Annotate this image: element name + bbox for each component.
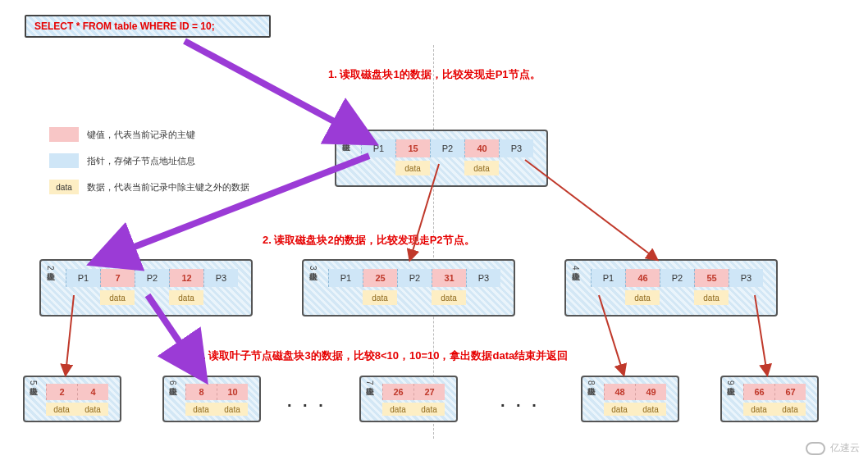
disk-block-5: 磁盘块5 24 datadata	[23, 376, 121, 422]
disk-block-9: 磁盘块9 6667 datadata	[720, 376, 819, 422]
data-cell: data	[395, 161, 430, 175]
data-cell: data	[464, 161, 499, 175]
block-label-2: 磁盘块2	[44, 266, 56, 271]
block-label-8: 磁盘块8	[585, 380, 596, 385]
cell: 26	[382, 384, 413, 400]
cell: 49	[635, 384, 666, 400]
cloud-icon	[806, 442, 825, 455]
disk-block-6: 磁盘块6 810 datadata	[162, 376, 261, 422]
swatch-ptr	[49, 153, 79, 168]
disk-block-7: 磁盘块7 2627 datadata	[359, 376, 458, 422]
cell-p3: P3	[499, 139, 533, 157]
cell: 55	[694, 269, 729, 287]
cell: 67	[774, 384, 806, 400]
cell: P1	[591, 269, 625, 287]
cell: 8	[185, 384, 217, 400]
cell: P3	[203, 269, 238, 287]
sql-text: SELECT * FROM table WHERE ID = 10;	[34, 20, 215, 32]
data-cell: data	[413, 403, 445, 416]
disk-block-1: 磁盘块1 P1 15 P2 40 P3 data data	[335, 130, 548, 187]
annotation-step1: 1. 读取磁盘块1的数据，比较发现走P1节点。	[328, 67, 541, 82]
block-label-7: 磁盘块7	[363, 380, 375, 385]
data-cell: data	[169, 290, 203, 305]
cell: 31	[432, 269, 466, 287]
cell: P3	[729, 269, 763, 287]
data-cell: data	[363, 290, 397, 305]
cell: 25	[363, 269, 397, 287]
cell: 2	[46, 384, 77, 400]
cell-k40: 40	[464, 139, 499, 157]
disk-block-4: 磁盘块4 P1 46 P2 55 P3 data data	[564, 259, 778, 317]
cell: P1	[328, 269, 363, 287]
disk-block-8: 磁盘块8 4849 datadata	[581, 376, 679, 422]
data-cell: data	[625, 290, 660, 305]
legend: 键值，代表当前记录的主键 指针，存储子节点地址信息 data 数据，代表当前记录…	[49, 127, 295, 206]
cell: 4	[77, 384, 108, 400]
data-cell: data	[432, 290, 466, 305]
block-label-6: 磁盘块6	[167, 380, 178, 385]
watermark-text: 亿速云	[830, 441, 860, 455]
block-label-9: 磁盘块9	[724, 380, 736, 385]
block-label-4: 磁盘块4	[569, 266, 581, 271]
data-cell: data	[604, 403, 635, 416]
cell: 7	[100, 269, 135, 287]
block1-cells: P1 15 P2 40 P3	[361, 139, 533, 157]
annotation-step3: 3. 读取叶子节点磁盘块3的数据，比较8<10，10=10，拿出数据data结束…	[197, 348, 568, 363]
legend-text-data: 数据，代表当前记录中除主键之外的数据	[87, 181, 249, 194]
sql-query-box: SELECT * FROM table WHERE ID = 10;	[25, 15, 271, 38]
annotation-step2: 2. 读取磁盘块2的数据，比较发现走P2节点。	[263, 233, 475, 248]
cell: 48	[604, 384, 635, 400]
watermark: 亿速云	[806, 441, 860, 455]
legend-text-key: 键值，代表当前记录的主键	[87, 129, 195, 141]
cell: P2	[135, 269, 169, 287]
data-cell: data	[185, 403, 217, 416]
cell: P1	[66, 269, 100, 287]
svg-line-0	[185, 41, 368, 139]
data-cell: data	[743, 403, 774, 416]
legend-row-ptr: 指针，存储子节点地址信息	[49, 153, 295, 168]
data-cell: data	[774, 403, 806, 416]
cell: 27	[413, 384, 445, 400]
data-cell: data	[46, 403, 77, 416]
block-label-3: 磁盘块3	[307, 266, 318, 271]
cell: P3	[466, 269, 500, 287]
block-label-5: 磁盘块5	[27, 380, 39, 385]
cell: P2	[397, 269, 432, 287]
data-cell: data	[77, 403, 108, 416]
block1-datarow: data data	[361, 161, 533, 175]
swatch-key	[49, 127, 79, 142]
cell-p1: P1	[361, 139, 395, 157]
data-cell: data	[694, 290, 729, 305]
cell: 10	[217, 384, 248, 400]
cell: 66	[743, 384, 774, 400]
legend-row-data: data 数据，代表当前记录中除主键之外的数据	[49, 180, 295, 194]
cell: 12	[169, 269, 203, 287]
disk-block-2: 磁盘块2 P1 7 P2 12 P3 data data	[39, 259, 253, 317]
swatch-data: data	[49, 180, 79, 194]
data-cell: data	[635, 403, 666, 416]
legend-row-key: 键值，代表当前记录的主键	[49, 127, 295, 142]
legend-text-ptr: 指针，存储子节点地址信息	[87, 155, 195, 167]
data-cell: data	[217, 403, 248, 416]
cell-k15: 15	[395, 139, 430, 157]
data-cell: data	[100, 290, 135, 305]
ellipsis: . . .	[500, 392, 540, 411]
disk-block-3: 磁盘块3 P1 25 P2 31 P3 data data	[302, 259, 515, 317]
cell: 46	[625, 269, 660, 287]
cell: P2	[660, 269, 694, 287]
data-cell: data	[382, 403, 413, 416]
cell-p2: P2	[430, 139, 464, 157]
ellipsis: . . .	[287, 392, 327, 411]
block-label-1: 磁盘块1	[340, 136, 351, 141]
